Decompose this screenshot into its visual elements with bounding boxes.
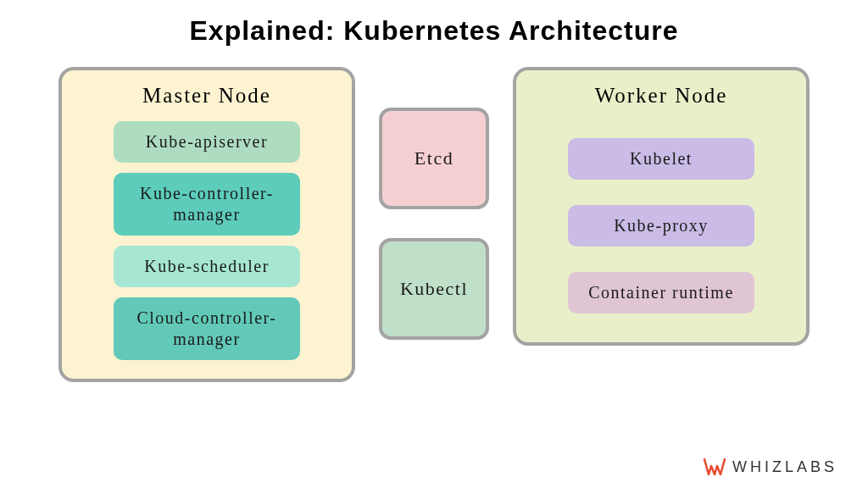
master-node-items: Kube-apiserver Kube-controller-manager K… xyxy=(86,121,328,360)
brand-text: WHIZLABS xyxy=(732,458,837,476)
architecture-diagram: Master Node Kube-apiserver Kube-controll… xyxy=(0,47,868,382)
component-kubelet: Kubelet xyxy=(568,138,754,180)
component-container-runtime: Container runtime xyxy=(568,272,754,313)
middle-column: Etcd Kubectl xyxy=(379,67,489,340)
page-title: Explained: Kubernetes Architecture xyxy=(0,0,868,47)
component-kube-proxy: Kube-proxy xyxy=(568,205,754,247)
worker-node-items: Kubelet Kube-proxy Container runtime xyxy=(540,138,782,313)
component-kube-controller-manager: Kube-controller-manager xyxy=(114,173,300,236)
worker-node-title: Worker Node xyxy=(540,84,782,108)
component-kube-scheduler: Kube-scheduler xyxy=(114,246,300,287)
brand-logo: WHIZLABS xyxy=(704,458,837,476)
whizlabs-icon xyxy=(704,458,726,476)
worker-node-box: Worker Node Kubelet Kube-proxy Container… xyxy=(513,67,810,346)
master-node-box: Master Node Kube-apiserver Kube-controll… xyxy=(58,67,355,382)
component-kubectl: Kubectl xyxy=(379,238,489,340)
component-kube-apiserver: Kube-apiserver xyxy=(114,121,300,163)
master-node-title: Master Node xyxy=(86,84,328,108)
component-cloud-controller-manager: Cloud-controller-manager xyxy=(114,297,300,360)
component-etcd: Etcd xyxy=(379,108,489,209)
